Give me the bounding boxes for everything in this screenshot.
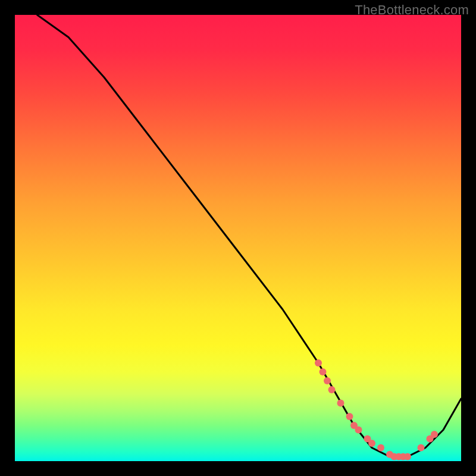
highlight-point <box>377 444 384 452</box>
highlight-point <box>320 368 327 375</box>
plot-area <box>15 15 461 461</box>
chart-frame: TheBottleneck.com <box>0 0 476 476</box>
watermark-text: TheBottleneck.com <box>355 2 469 18</box>
highlight-point <box>368 440 375 447</box>
chart-svg <box>15 15 461 461</box>
highlight-point <box>431 431 438 438</box>
highlight-point <box>355 427 362 434</box>
bottleneck-curve-path <box>37 15 462 457</box>
curve-layer <box>37 15 462 457</box>
highlight-point <box>328 386 336 393</box>
marker-layer <box>315 359 438 461</box>
highlight-point <box>346 413 353 420</box>
highlight-point <box>324 377 331 384</box>
highlight-point <box>418 444 425 452</box>
highlight-point <box>337 400 345 407</box>
highlight-point <box>315 359 322 367</box>
highlight-point <box>404 453 411 461</box>
